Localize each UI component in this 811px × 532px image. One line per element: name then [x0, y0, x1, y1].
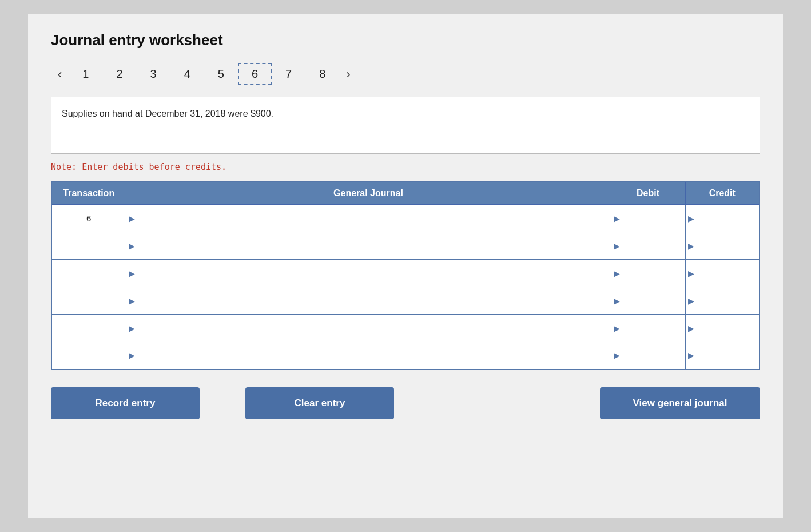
journal-table: Transaction General Journal Debit Credit… — [51, 181, 760, 370]
debit-input-2[interactable] — [622, 260, 685, 287]
nav-number-8[interactable]: 8 — [305, 64, 339, 84]
debit-input-1[interactable] — [622, 232, 685, 259]
debit-arrow-icon-3: ▶ — [611, 296, 622, 305]
general-journal-cell-3[interactable]: ▶ — [126, 287, 611, 315]
table-row: ▶▶▶ — [51, 232, 760, 260]
table-row: ▶▶▶ — [51, 287, 760, 315]
table-row: ▶▶▶ — [51, 342, 760, 370]
col-header-debit: Debit — [611, 182, 685, 205]
clear-entry-button[interactable]: Clear entry — [245, 387, 394, 419]
general-journal-cell-2[interactable]: ▶ — [126, 260, 611, 287]
debit-input-4[interactable] — [622, 315, 685, 342]
credit-cell-3[interactable]: ▶ — [685, 287, 760, 315]
debit-cell-2[interactable]: ▶ — [611, 260, 685, 287]
credit-arrow-icon-1: ▶ — [686, 241, 697, 251]
nav-number-4[interactable]: 4 — [170, 64, 204, 84]
credit-input-4[interactable] — [697, 315, 760, 342]
debit-cell-3[interactable]: ▶ — [611, 287, 685, 315]
prev-arrow[interactable]: ‹ — [51, 65, 69, 84]
general-journal-cell-1[interactable]: ▶ — [126, 232, 611, 260]
journal-input-1[interactable] — [137, 232, 611, 259]
nav-numbers: 12345678 — [69, 63, 339, 85]
transaction-cell-0: 6 — [51, 205, 126, 232]
nav-number-3[interactable]: 3 — [137, 64, 170, 84]
credit-input-3[interactable] — [697, 287, 760, 314]
description-text: Supplies on hand at December 31, 2018 we… — [62, 109, 273, 118]
nav-number-2[interactable]: 2 — [102, 64, 136, 84]
view-general-journal-button[interactable]: View general journal — [600, 387, 760, 419]
transaction-cell-1 — [51, 232, 126, 260]
credit-input-2[interactable] — [697, 260, 760, 287]
journal-arrow-icon-3: ▶ — [126, 296, 137, 305]
next-arrow[interactable]: › — [339, 65, 357, 84]
journal-input-5[interactable] — [137, 342, 611, 369]
transaction-cell-3 — [51, 287, 126, 315]
journal-input-2[interactable] — [137, 260, 611, 287]
col-header-transaction: Transaction — [51, 182, 126, 205]
journal-arrow-icon-0: ▶ — [126, 214, 137, 223]
journal-arrow-icon-2: ▶ — [126, 269, 137, 278]
credit-arrow-icon-5: ▶ — [686, 351, 697, 360]
journal-arrow-icon-4: ▶ — [126, 324, 137, 333]
debit-arrow-icon-1: ▶ — [611, 241, 622, 251]
transaction-cell-2 — [51, 260, 126, 287]
credit-arrow-icon-4: ▶ — [686, 324, 697, 333]
debit-arrow-icon-4: ▶ — [611, 324, 622, 333]
transaction-cell-5 — [51, 342, 126, 370]
debit-cell-4[interactable]: ▶ — [611, 315, 685, 342]
debit-input-5[interactable] — [622, 342, 685, 369]
note-text: Note: Enter debits before credits. — [51, 162, 760, 172]
nav-number-1[interactable]: 1 — [69, 64, 102, 84]
journal-input-0[interactable] — [137, 205, 611, 232]
debit-arrow-icon-5: ▶ — [611, 351, 622, 360]
table-row: ▶▶▶ — [51, 260, 760, 287]
credit-cell-1[interactable]: ▶ — [685, 232, 760, 260]
journal-arrow-icon-5: ▶ — [126, 351, 137, 360]
journal-arrow-icon-1: ▶ — [126, 241, 137, 251]
debit-cell-0[interactable]: ▶ — [611, 205, 685, 232]
credit-arrow-icon-0: ▶ — [686, 214, 697, 223]
credit-cell-0[interactable]: ▶ — [685, 205, 760, 232]
buttons-row: Record entry Clear entry View general jo… — [51, 387, 760, 419]
table-row: ▶▶▶ — [51, 315, 760, 342]
credit-cell-5[interactable]: ▶ — [685, 342, 760, 370]
transaction-cell-4 — [51, 315, 126, 342]
debit-input-0[interactable] — [622, 205, 685, 232]
page-title: Journal entry worksheet — [51, 31, 760, 49]
debit-cell-5[interactable]: ▶ — [611, 342, 685, 370]
nav-number-6[interactable]: 6 — [238, 63, 272, 85]
col-header-credit: Credit — [685, 182, 760, 205]
record-entry-button[interactable]: Record entry — [51, 387, 200, 419]
debit-arrow-icon-0: ▶ — [611, 214, 622, 223]
credit-cell-4[interactable]: ▶ — [685, 315, 760, 342]
general-journal-cell-4[interactable]: ▶ — [126, 315, 611, 342]
credit-input-1[interactable] — [697, 232, 760, 259]
debit-cell-1[interactable]: ▶ — [611, 232, 685, 260]
nav-number-7[interactable]: 7 — [272, 64, 305, 84]
general-journal-cell-0[interactable]: ▶ — [126, 205, 611, 232]
nav-bar: ‹ 12345678 › — [51, 63, 760, 85]
credit-cell-2[interactable]: ▶ — [685, 260, 760, 287]
credit-input-5[interactable] — [697, 342, 760, 369]
journal-input-4[interactable] — [137, 315, 611, 342]
credit-input-0[interactable] — [697, 205, 760, 232]
table-row: 6▶▶▶ — [51, 205, 760, 232]
credit-arrow-icon-3: ▶ — [686, 296, 697, 305]
main-container: Journal entry worksheet ‹ 12345678 › Sup… — [28, 14, 783, 518]
debit-arrow-icon-2: ▶ — [611, 269, 622, 278]
journal-input-3[interactable] — [137, 287, 611, 314]
nav-number-5[interactable]: 5 — [204, 64, 238, 84]
debit-input-3[interactable] — [622, 287, 685, 314]
general-journal-cell-5[interactable]: ▶ — [126, 342, 611, 370]
credit-arrow-icon-2: ▶ — [686, 269, 697, 278]
col-header-general-journal: General Journal — [126, 182, 611, 205]
description-box: Supplies on hand at December 31, 2018 we… — [51, 97, 760, 154]
